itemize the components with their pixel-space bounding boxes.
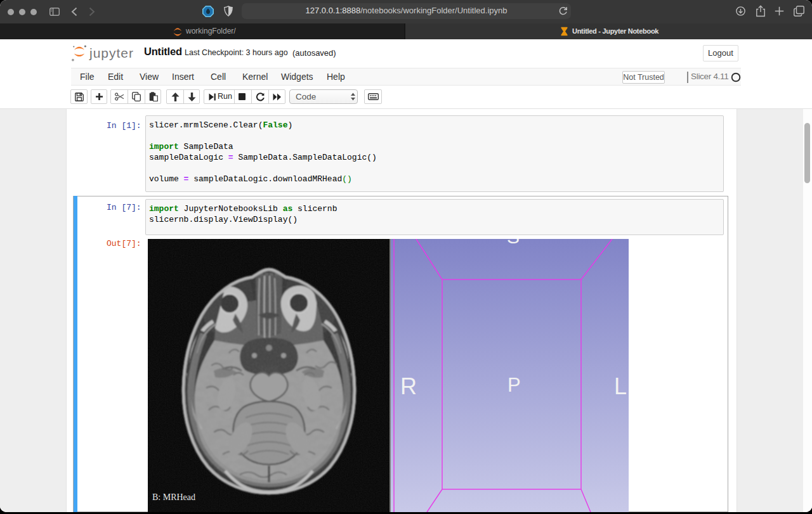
svg-text:P: P [508,374,521,396]
svg-text:R: R [400,373,417,399]
svg-text:B: MRHead: B: MRHead [152,492,195,502]
svg-text:S: S [507,239,520,247]
svg-text:L: L [614,373,627,399]
